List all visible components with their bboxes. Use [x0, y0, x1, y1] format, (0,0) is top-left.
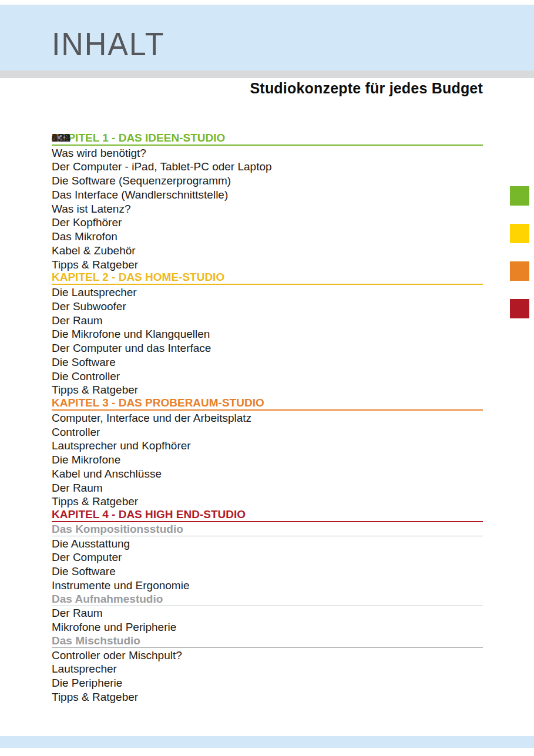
page-title: INHALT [52, 28, 165, 61]
toc-entry-page: 138 [52, 132, 483, 704]
table-of-contents: KAPITEL 1 - DAS IDEEN-STUDIO 6 Was wird … [52, 132, 483, 704]
toc-item-row: Tipps & Ratgeber 138 [52, 690, 483, 704]
footer-band [0, 736, 534, 748]
page-subtitle: Studiokonzepte für jedes Budget [0, 79, 483, 97]
green-square [510, 186, 529, 206]
red-square [510, 299, 529, 318]
yellow-square [510, 224, 529, 243]
orange-square [510, 261, 529, 281]
toc-page: INHALT Studiokonzepte für jedes Budget K… [0, 0, 534, 756]
header-band: INHALT [0, 5, 534, 70]
divider-strip [0, 70, 534, 78]
